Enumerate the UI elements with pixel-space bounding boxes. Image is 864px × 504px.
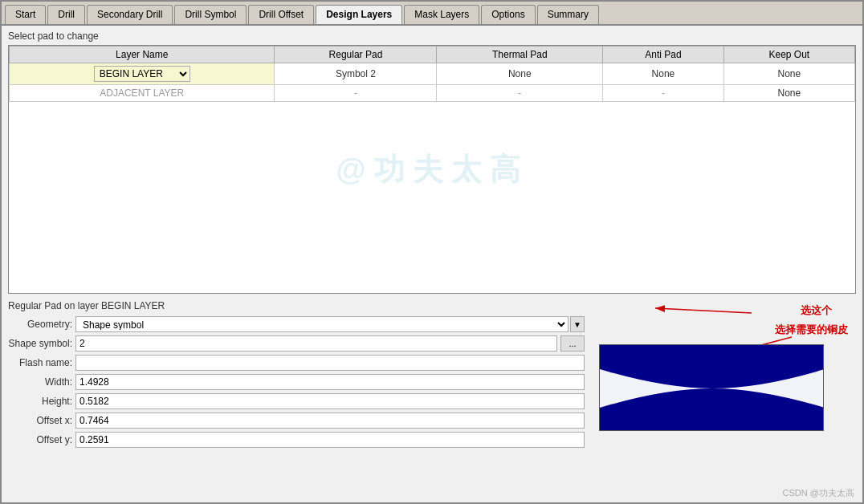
tab-bar: Start Drill Secondary Drill Drill Symbol… xyxy=(2,2,862,26)
browse-button[interactable]: ... xyxy=(560,335,585,352)
svg-line-0 xyxy=(655,308,752,313)
browse-icon: ... xyxy=(569,339,576,348)
annotation-2: 选择需要的铜皮 xyxy=(775,323,848,337)
regular-pad-symbol: Symbol 2 xyxy=(275,63,437,85)
thermal-pad-none: None xyxy=(437,63,603,85)
main-window: Start Drill Secondary Drill Drill Symbol… xyxy=(0,0,864,504)
flash-name-input[interactable] xyxy=(75,355,585,371)
col-thermal-pad: Thermal Pad xyxy=(437,47,603,63)
right-panel: 选这个 选择需要的铜皮 xyxy=(591,300,856,449)
col-layer-name: Layer Name xyxy=(10,47,275,63)
col-regular-pad: Regular Pad xyxy=(275,47,437,63)
offset-x-input[interactable] xyxy=(75,413,585,429)
regular-pad-dash: - xyxy=(275,85,437,102)
preview-container: 选这个 选择需要的铜皮 xyxy=(591,300,848,437)
table-row: ADJACENT LAYER - - - None xyxy=(10,85,855,102)
anti-pad-none: None xyxy=(603,63,723,85)
shape-symbol-input[interactable] xyxy=(75,335,557,352)
csdn-watermark: CSDN @功夫太高 xyxy=(783,487,854,499)
col-anti-pad: Anti Pad xyxy=(603,47,723,63)
annotation-1: 选这个 xyxy=(801,303,832,318)
content-area: Select pad to change Layer Name Regular … xyxy=(2,26,862,502)
keep-out-none-row0: None xyxy=(723,63,854,85)
watermark: @功夫太高 xyxy=(336,149,528,190)
anti-pad-dash: - xyxy=(603,85,723,102)
bottom-section: Regular Pad on layer BEGIN LAYER Geometr… xyxy=(8,297,856,449)
offset-x-label: Offset x: xyxy=(8,415,72,426)
width-row: Width: xyxy=(8,374,585,390)
tab-mask-layers[interactable]: Mask Layers xyxy=(404,5,479,24)
height-label: Height: xyxy=(8,396,72,407)
table-row: BEGIN LAYER Symbol 2 None None None xyxy=(10,63,855,85)
begin-layer-select[interactable]: BEGIN LAYER xyxy=(94,66,190,82)
thermal-pad-dash: - xyxy=(437,85,603,102)
tab-start[interactable]: Start xyxy=(5,5,46,24)
tab-secondary-drill[interactable]: Secondary Drill xyxy=(87,5,173,24)
shape-symbol-label: Shape symbol: xyxy=(8,338,72,349)
shape-symbol-row: Shape symbol: ... xyxy=(8,335,585,352)
panel-title: Regular Pad on layer BEGIN LAYER xyxy=(8,300,585,311)
geometry-row: Geometry: Shape symbol ▼ xyxy=(8,316,585,332)
width-input[interactable] xyxy=(75,374,585,390)
layer-table: Layer Name Regular Pad Thermal Pad Anti … xyxy=(9,46,855,102)
tab-summary[interactable]: Summary xyxy=(537,5,599,24)
geometry-label: Geometry: xyxy=(8,319,72,330)
shape-svg xyxy=(600,345,824,431)
form-panel: Regular Pad on layer BEGIN LAYER Geometr… xyxy=(8,300,585,449)
keep-out-none-row1: None xyxy=(723,85,854,102)
dropdown-arrow-icon: ▼ xyxy=(573,320,581,329)
offset-y-row: Offset y: xyxy=(8,432,585,448)
offset-x-row: Offset x: xyxy=(8,413,585,429)
geometry-select-container: Shape symbol ▼ xyxy=(75,316,585,332)
height-input[interactable] xyxy=(75,393,585,409)
begin-layer-cell: BEGIN LAYER xyxy=(10,63,275,85)
tab-drill-offset[interactable]: Drill Offset xyxy=(248,5,314,24)
layer-table-container: Layer Name Regular Pad Thermal Pad Anti … xyxy=(8,45,856,294)
tab-drill-symbol[interactable]: Drill Symbol xyxy=(174,5,247,24)
height-row: Height: xyxy=(8,393,585,409)
geometry-select[interactable]: Shape symbol xyxy=(75,316,569,332)
flash-name-row: Flash name: xyxy=(8,355,585,371)
geometry-dropdown-btn[interactable]: ▼ xyxy=(570,316,585,332)
adjacent-layer-cell: ADJACENT LAYER xyxy=(10,85,275,102)
flash-name-label: Flash name: xyxy=(8,357,72,368)
tab-design-layers[interactable]: Design Layers xyxy=(316,5,402,24)
tab-drill[interactable]: Drill xyxy=(47,5,85,24)
select-pad-label: Select pad to change xyxy=(8,30,856,42)
width-label: Width: xyxy=(8,376,72,388)
shape-preview xyxy=(599,344,824,431)
offset-y-label: Offset y: xyxy=(8,434,72,445)
col-keep-out: Keep Out xyxy=(723,47,854,63)
tab-options[interactable]: Options xyxy=(481,5,535,24)
offset-y-input[interactable] xyxy=(75,432,585,448)
